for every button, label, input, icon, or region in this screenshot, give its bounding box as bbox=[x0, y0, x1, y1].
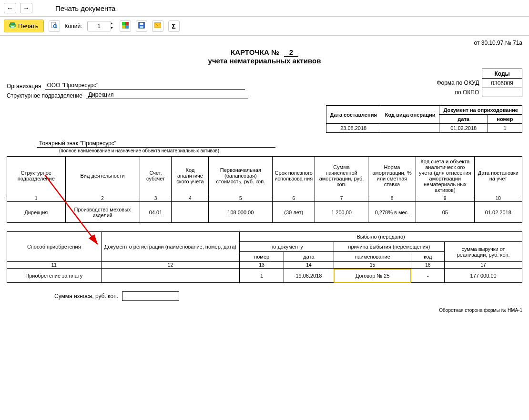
card-number: 2 bbox=[284, 48, 298, 57]
svg-rect-0 bbox=[10, 23, 15, 25]
svg-rect-12 bbox=[140, 26, 143, 28]
printer-icon bbox=[9, 22, 16, 30]
footer-note: Оборотная сторона формы № НМА-1 bbox=[7, 308, 522, 313]
copies-input[interactable]: 1 bbox=[87, 21, 111, 31]
form-reference: от 30.10.97 № 71а bbox=[7, 40, 522, 46]
meta-table: Дата составления Код вида операции Докум… bbox=[326, 105, 522, 133]
sigma-icon: Σ bbox=[172, 22, 175, 30]
svg-rect-6 bbox=[122, 22, 125, 25]
second-table: Способ приобретения Документ о регистрац… bbox=[7, 231, 522, 283]
email-button[interactable] bbox=[152, 20, 163, 32]
template-button[interactable] bbox=[120, 20, 131, 32]
okpo-label: по ОКПО bbox=[437, 88, 479, 97]
svg-rect-7 bbox=[125, 22, 129, 25]
svg-rect-8 bbox=[122, 25, 125, 29]
document-page: от 30.10.97 № 71а КАРТОЧКА № 2 учета нем… bbox=[0, 36, 529, 322]
dept-label: Структурное подразделение bbox=[7, 92, 82, 99]
card-title: КАРТОЧКА № 2 bbox=[7, 48, 522, 57]
asset-name: Товарный знак "Промресурс" bbox=[37, 140, 275, 148]
svg-line-5 bbox=[56, 27, 57, 28]
asset-name-block: Товарный знак "Промресурс" bbox=[37, 140, 522, 148]
svg-rect-11 bbox=[140, 23, 143, 25]
sum-button[interactable]: Σ bbox=[168, 20, 180, 32]
okud-label: Форма по ОКУД bbox=[437, 78, 479, 88]
org-value: ООО "Промресурс" bbox=[45, 81, 245, 90]
titlebar: ← → Печать документа bbox=[0, 0, 529, 17]
diskette-icon bbox=[138, 22, 145, 30]
copies-spinner[interactable]: ▲ ▼ bbox=[109, 21, 115, 31]
toolbar: Печать Копий: 1 ▲ ▼ Σ bbox=[0, 17, 529, 36]
wear-row: Сумма износа, руб. коп. bbox=[54, 291, 522, 301]
codes-block: Форма по ОКУД по ОКПО Коды 0306009 bbox=[437, 69, 522, 97]
window-title: Печать документа bbox=[55, 4, 115, 12]
back-button[interactable]: ← bbox=[4, 3, 16, 13]
highlighted-cell: Договор № 25 bbox=[334, 269, 411, 283]
dept-value: Дирекция bbox=[86, 91, 248, 99]
wear-value-box bbox=[122, 291, 179, 301]
org-block: Организация ООО "Промресурс" Структурное… bbox=[7, 80, 248, 100]
card-subtitle: учета нематериальных активов bbox=[7, 57, 522, 65]
spinner-up-icon[interactable]: ▲ bbox=[109, 21, 115, 26]
meta-op-code bbox=[381, 124, 439, 133]
print-button[interactable]: Печать bbox=[4, 20, 44, 32]
print-label: Печать bbox=[18, 22, 39, 30]
spinner-down-icon[interactable]: ▼ bbox=[109, 26, 115, 31]
main-table: Структурное подразделение Вид деятельнос… bbox=[7, 156, 522, 223]
meta-date-made: 23.08.2018 bbox=[326, 124, 381, 133]
table-row: Дирекция Производство меховых изделий 04… bbox=[7, 202, 522, 223]
meta-doc-no: 1 bbox=[488, 124, 522, 133]
forward-button[interactable]: → bbox=[20, 3, 32, 13]
preview-button[interactable] bbox=[49, 20, 60, 32]
asset-name-hint: (полное наименование и назначение объект… bbox=[59, 148, 522, 153]
okud-value: 0306009 bbox=[482, 79, 522, 88]
codes-header: Коды bbox=[482, 69, 522, 79]
save-button[interactable] bbox=[136, 20, 147, 32]
envelope-icon bbox=[154, 22, 161, 30]
svg-rect-9 bbox=[125, 25, 129, 29]
grid-color-icon bbox=[122, 22, 129, 30]
meta-doc-date: 01.02.2018 bbox=[439, 124, 488, 133]
svg-rect-2 bbox=[11, 26, 14, 28]
okpo-value bbox=[482, 88, 522, 97]
wear-label: Сумма износа, руб. коп. bbox=[54, 293, 118, 300]
copies-label: Копий: bbox=[65, 23, 82, 30]
table-row: Приобретение за плату 1 19.06.2018 Догов… bbox=[7, 269, 522, 283]
codes-table: Коды 0306009 bbox=[482, 69, 522, 97]
org-label: Организация bbox=[7, 83, 41, 90]
magnifier-icon bbox=[51, 22, 58, 30]
